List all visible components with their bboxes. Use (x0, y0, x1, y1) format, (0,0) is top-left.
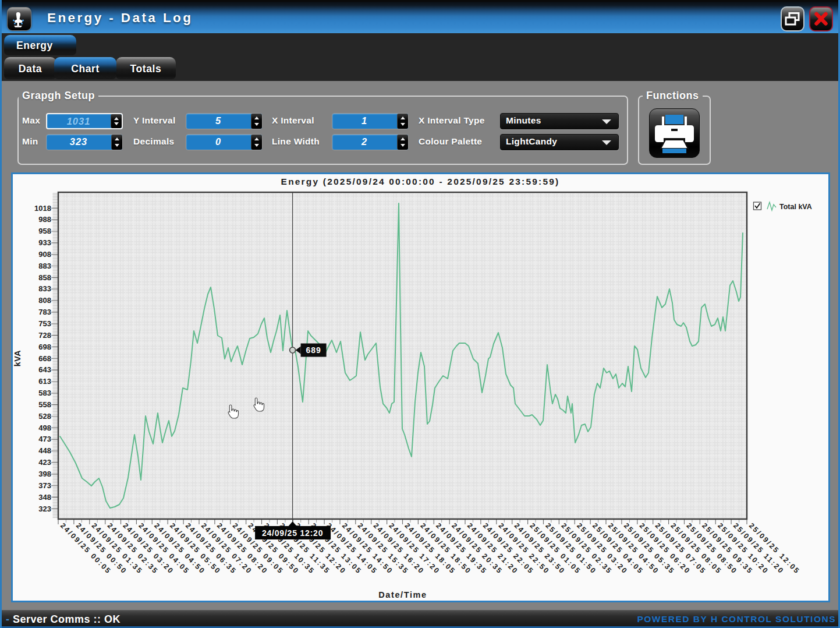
svg-text:528: 528 (38, 412, 51, 421)
svg-text:883: 883 (38, 262, 51, 270)
svg-text:373: 373 (38, 481, 51, 490)
svg-text:Energy (2025/09/24 00:00:00 -: Energy (2025/09/24 00:00:00 - 2025/09/25… (281, 177, 560, 186)
svg-text:558: 558 (38, 400, 51, 409)
svg-text:323: 323 (38, 504, 51, 513)
svg-text:583: 583 (38, 389, 51, 397)
svg-text:348: 348 (38, 493, 51, 502)
svg-text:908: 908 (38, 250, 51, 259)
svg-text:689: 689 (306, 345, 321, 355)
svg-text:613: 613 (38, 377, 51, 386)
svg-text:Total kVA: Total kVA (779, 203, 812, 211)
svg-text:958: 958 (38, 227, 51, 235)
svg-text:668: 668 (38, 354, 51, 363)
svg-text:698: 698 (38, 343, 51, 351)
svg-text:753: 753 (38, 319, 51, 328)
svg-text:398: 398 (38, 470, 51, 478)
svg-text:783: 783 (38, 308, 51, 316)
svg-text:988: 988 (38, 215, 51, 224)
svg-text:kVA: kVA (13, 350, 22, 367)
svg-text:448: 448 (38, 446, 51, 455)
svg-text:808: 808 (38, 296, 51, 305)
svg-text:858: 858 (38, 273, 51, 282)
svg-text:643: 643 (38, 365, 51, 374)
svg-text:1018: 1018 (34, 204, 51, 213)
svg-text:473: 473 (38, 435, 51, 443)
svg-text:933: 933 (38, 238, 51, 247)
svg-text:24/09/25 12:20: 24/09/25 12:20 (262, 528, 323, 538)
svg-text:Date/Time: Date/Time (378, 590, 427, 599)
svg-text:423: 423 (38, 458, 51, 467)
svg-text:728: 728 (38, 331, 51, 340)
svg-text:833: 833 (38, 284, 51, 293)
svg-text:498: 498 (38, 424, 51, 432)
